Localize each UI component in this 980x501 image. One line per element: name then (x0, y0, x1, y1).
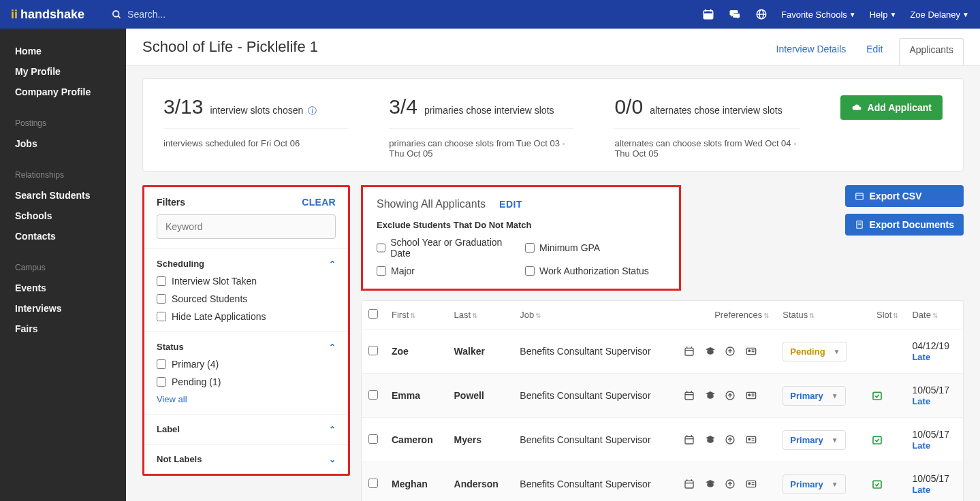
section-status[interactable]: Status ⌃ (157, 342, 336, 352)
cell-first: Meghan (385, 462, 447, 502)
cell-slot (865, 329, 905, 374)
svg-rect-34 (685, 436, 693, 444)
col-prefs[interactable]: Preferences⇅ (677, 301, 776, 329)
svg-point-21 (748, 350, 750, 352)
caret-down-icon: ▼ (832, 481, 838, 488)
caret-down-icon: ▼ (962, 11, 969, 18)
section-label[interactable]: Label ⌃ (157, 424, 336, 434)
export-documents-button[interactable]: Export Documents (845, 214, 964, 236)
sidebar-item-contacts[interactable]: Contacts (0, 226, 126, 246)
keyword-input[interactable] (157, 214, 336, 239)
id-card-icon (745, 479, 757, 489)
svg-point-0 (113, 10, 119, 16)
sidebar-item-events[interactable]: Events (0, 278, 126, 298)
favorite-schools-menu[interactable]: Favorite Schools▼ (781, 10, 856, 20)
filter-hide-late[interactable]: Hide Late Applications (157, 311, 336, 322)
cell-last: Anderson (447, 462, 513, 502)
filter-pending[interactable]: Pending (1) (157, 376, 336, 387)
svg-point-40 (748, 438, 750, 440)
table-row[interactable]: Emma Powell Benefits Consultant Supervis… (362, 374, 963, 418)
id-card-icon (745, 434, 757, 445)
late-badge: Late (912, 440, 930, 451)
cell-last: Myers (447, 418, 513, 462)
table-row[interactable]: Cameron Myers Benefits Consultant Superv… (362, 418, 963, 462)
caret-down-icon: ▼ (889, 11, 896, 18)
row-checkbox[interactable] (368, 346, 378, 355)
exclude-min-gpa[interactable]: Minimum GPA (525, 237, 665, 259)
row-checkbox[interactable] (368, 479, 378, 488)
cell-last: Powell (447, 374, 513, 418)
sidebar-item-home[interactable]: Home (0, 41, 126, 61)
edit-applicants-filter[interactable]: EDIT (499, 199, 522, 210)
export-csv-button[interactable]: Export CSV (845, 185, 964, 207)
calendar-icon (684, 479, 696, 489)
status-select[interactable]: Primary▼ (783, 430, 845, 450)
id-card-icon (745, 390, 757, 401)
calendar-icon (684, 390, 696, 401)
sort-icon: ⇅ (763, 312, 769, 319)
sidebar-item-schools[interactable]: Schools (0, 206, 126, 226)
status-select[interactable]: Primary▼ (783, 386, 845, 406)
calendar-icon[interactable] (702, 8, 714, 20)
globe-icon[interactable] (755, 8, 768, 20)
late-badge: Late (912, 352, 930, 362)
select-all-checkbox[interactable] (368, 309, 378, 319)
filter-interview-slot-taken[interactable]: Interview Slot Taken (157, 276, 336, 287)
svg-point-50 (748, 483, 750, 485)
cell-first: Cameron (385, 418, 447, 462)
col-status[interactable]: Status⇅ (776, 301, 865, 329)
grad-cap-icon (704, 479, 716, 489)
stat-num-primaries: 3/4 (389, 95, 417, 118)
sidebar-item-fairs[interactable]: Fairs (0, 319, 126, 339)
id-card-icon (745, 346, 757, 357)
sidebar-item-jobs[interactable]: Jobs (0, 133, 126, 154)
stat-sub-slots: interviews scheduled for Fri Oct 06 (163, 138, 348, 148)
sidebar-item-interviews[interactable]: Interviews (0, 298, 126, 319)
exclude-school-year[interactable]: School Year or Graduation Date (377, 237, 517, 259)
upload-icon (725, 346, 737, 357)
clear-filters-button[interactable]: CLEAR (302, 197, 336, 208)
calendar-icon (855, 191, 864, 201)
info-icon[interactable]: ⓘ (305, 106, 317, 116)
svg-rect-15 (685, 348, 693, 355)
logo[interactable]: ii handshake (11, 7, 84, 22)
section-not-labels[interactable]: Not Labels ⌄ (157, 454, 336, 464)
view-all-status[interactable]: View all (157, 394, 336, 404)
status-select[interactable]: Pending▼ (783, 342, 847, 361)
col-slot[interactable]: Slot⇅ (865, 301, 905, 329)
document-icon (855, 220, 864, 229)
section-scheduling[interactable]: Scheduling ⌃ (157, 259, 336, 269)
exclude-work-auth[interactable]: Work Authorization Status (525, 265, 665, 276)
cell-prefs (677, 329, 776, 374)
help-menu[interactable]: Help▼ (870, 10, 897, 20)
grad-cap-icon (704, 434, 716, 445)
add-applicant-button[interactable]: Add Applicant (840, 95, 943, 120)
col-date[interactable]: Date⇅ (905, 301, 963, 329)
table-row[interactable]: Zoe Walker Benefits Consultant Superviso… (362, 329, 963, 374)
sidebar-item-my-profile[interactable]: My Profile (0, 61, 126, 82)
row-checkbox[interactable] (368, 434, 378, 444)
filters-title: Filters (157, 197, 185, 208)
col-job[interactable]: Job⇅ (513, 301, 677, 329)
filter-sourced-students[interactable]: Sourced Students (157, 293, 336, 304)
row-checkbox[interactable] (368, 390, 378, 400)
exclude-major[interactable]: Major (377, 265, 517, 276)
cell-date: 04/12/19Late (905, 329, 963, 374)
sidebar-item-company-profile[interactable]: Company Profile (0, 82, 126, 102)
status-select[interactable]: Primary▼ (783, 474, 845, 494)
chat-icon[interactable] (728, 8, 742, 20)
tab-interview-details[interactable]: Interview Details (772, 38, 851, 65)
search-box[interactable]: Search... (112, 9, 702, 20)
tab-applicants[interactable]: Applicants (899, 38, 964, 65)
table-row[interactable]: Meghan Anderson Benefits Consultant Supe… (362, 462, 963, 502)
tab-edit[interactable]: Edit (862, 38, 887, 65)
col-last[interactable]: Last⇅ (447, 301, 513, 329)
upload-icon (725, 434, 737, 445)
showing-applicants-box: Showing All Applicants EDIT Exclude Stud… (361, 185, 681, 291)
stats-card: 3/13 interview slots chosen ⓘ interviews… (142, 78, 964, 172)
filter-primary[interactable]: Primary (4) (157, 359, 336, 370)
sidebar-item-search-students[interactable]: Search Students (0, 185, 126, 206)
svg-point-30 (748, 394, 750, 396)
user-menu[interactable]: Zoe Delaney▼ (910, 10, 969, 20)
col-first[interactable]: First⇅ (385, 301, 447, 329)
